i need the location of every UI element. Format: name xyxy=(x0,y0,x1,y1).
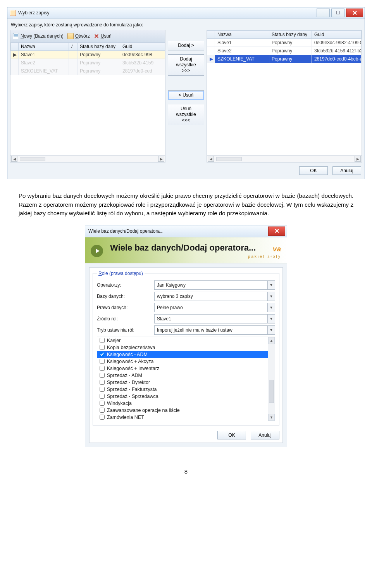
col-guid[interactable]: Guid xyxy=(312,31,362,39)
role-checkbox[interactable] xyxy=(100,415,105,420)
target-grid[interactable]: Nazwa Status bazy dany Guid Slave1Popraw… xyxy=(207,30,362,155)
table-row[interactable]: ▶Slave1Poprawny0e09e3dc-998 xyxy=(11,51,165,59)
list-item[interactable]: Zaawansowane operacje na liście xyxy=(97,407,268,414)
table-row[interactable]: ▶SZKOLENIE_VATPoprawny28197de0-ced0-4bcb… xyxy=(207,55,362,63)
table-row[interactable]: Slave1Poprawny0e09e3dc-9982-4109-8 xyxy=(207,39,362,47)
col-guid[interactable]: Guid xyxy=(120,43,165,51)
list-item[interactable]: Zamówienia NET xyxy=(97,414,268,421)
role-checkbox[interactable] xyxy=(100,380,105,385)
source-grid[interactable]: Nazwa / Status bazy dany Guid ▶Slave1Pop… xyxy=(10,42,165,155)
list-item[interactable]: Sprzedaż - Fakturzysta xyxy=(97,386,268,393)
db-label: Bazy danych: xyxy=(97,294,154,299)
window-title: Wybierz zapisy xyxy=(18,10,50,16)
roles-legend: Role (prawa dostępu) xyxy=(97,271,145,276)
maximize-button[interactable]: ☐ xyxy=(331,9,344,17)
role-label: Kopia bezpieczeństwa xyxy=(107,345,155,350)
cancel-button[interactable]: Anuluj xyxy=(251,431,279,439)
roles-listbox[interactable]: KasjerKopia bezpieczeństwaKsięgowość - A… xyxy=(97,337,275,421)
col-name[interactable]: Nazwa xyxy=(215,31,269,39)
list-item[interactable]: Kopia bezpieczeństwa xyxy=(97,344,268,351)
scroll-thumb[interactable] xyxy=(216,157,242,161)
open-button[interactable]: Otwórz xyxy=(67,33,90,39)
col-sort[interactable]: / xyxy=(69,43,78,51)
source-value: Slave1 xyxy=(155,316,267,322)
chevron-down-icon[interactable]: ▼ xyxy=(267,303,275,312)
mode-combo[interactable]: Imporuj jeżeli nie ma w bazie i ustaw ▼ xyxy=(154,325,275,335)
table-row[interactable]: Slave2Poprawny3fcb532b-4159-412f-b2 xyxy=(207,47,362,55)
chevron-down-icon[interactable]: ▼ xyxy=(267,315,275,323)
remove-button[interactable]: < Usuń xyxy=(168,90,204,100)
table-row[interactable]: SZKOLENIE_VATPoprawny28197de0-ced xyxy=(11,67,165,75)
db-combo[interactable]: wybrano 3 zapisy ▼ xyxy=(154,292,275,301)
col-status[interactable]: Status bazy dany xyxy=(269,31,312,39)
col-status[interactable]: Status bazy dany xyxy=(78,43,120,51)
list-item[interactable]: Sprzedaż - ADM xyxy=(97,372,268,379)
minimize-button[interactable]: — xyxy=(317,9,330,17)
target-hscroll[interactable]: ◀ ▶ xyxy=(207,155,362,162)
target-panel: Nazwa Status bazy dany Guid Slave1Popraw… xyxy=(207,30,362,163)
scroll-down-icon[interactable]: ▼ xyxy=(268,414,275,421)
app-icon xyxy=(10,10,16,16)
right-label: Prawo danych: xyxy=(97,305,154,310)
body-paragraph: Po wybraniu baz danych docelowych możemy… xyxy=(0,186,372,225)
remove-all-button[interactable]: Usuń wszystkie <<< xyxy=(168,104,204,125)
list-item[interactable]: Księgowość + Inwentarz xyxy=(97,365,268,372)
cancel-button[interactable]: Anuluj xyxy=(332,166,361,175)
add-button[interactable]: Dodaj > xyxy=(168,41,204,50)
chevron-down-icon[interactable]: ▼ xyxy=(267,326,275,334)
source-combo[interactable]: Slave1 ▼ xyxy=(154,314,275,323)
ok-button[interactable]: OK xyxy=(217,431,246,439)
chevron-down-icon[interactable]: ▼ xyxy=(267,281,275,289)
role-label: Kasjer xyxy=(107,338,121,343)
roles-scrollbar[interactable]: ▲ ▼ xyxy=(268,337,275,421)
db-value: wybrano 3 zapisy xyxy=(155,294,267,299)
mode-value: Imporuj jeżeli nie ma w bazie i ustaw xyxy=(155,327,267,333)
role-checkbox[interactable] xyxy=(100,366,105,371)
delete-button[interactable]: Usuń xyxy=(94,33,112,39)
delete-icon xyxy=(94,33,99,39)
add-all-button[interactable]: Dodaj wszystkie >>> xyxy=(168,54,204,76)
operator-combo[interactable]: Jan Księgowy ▼ xyxy=(154,280,275,290)
list-item[interactable]: Kasjer xyxy=(97,337,268,344)
dialog-banner: Wiele baz danych/Dodaj operatora... va p… xyxy=(85,237,287,263)
list-item[interactable]: Księgowość - ADM xyxy=(97,351,268,358)
role-checkbox[interactable] xyxy=(100,373,105,378)
banner-title: Wiele baz danych/Dodaj operatora... xyxy=(110,243,283,253)
scroll-right-icon[interactable]: ▶ xyxy=(158,156,164,162)
right-combo[interactable]: Pełne prawo ▼ xyxy=(154,303,275,312)
role-checkbox[interactable] xyxy=(100,394,105,399)
transfer-buttons: Dodaj > Dodaj wszystkie >>> < Usuń Usuń … xyxy=(168,30,204,163)
scroll-thumb[interactable] xyxy=(20,157,45,161)
role-checkbox[interactable] xyxy=(100,352,105,357)
list-item[interactable]: Sprzedaż - Dyrektor xyxy=(97,379,268,386)
source-toolbar: Nowy (Baza danych) Otwórz Usuń xyxy=(10,30,165,42)
scroll-thumb[interactable] xyxy=(269,380,274,403)
list-item[interactable]: Księgowość + Akcyza xyxy=(97,358,268,365)
role-checkbox[interactable] xyxy=(100,408,105,413)
role-checkbox[interactable] xyxy=(100,345,105,350)
scroll-up-icon[interactable]: ▲ xyxy=(268,337,275,344)
scroll-right-icon[interactable]: ▶ xyxy=(355,156,361,162)
list-item[interactable]: Sprzedaż - Sprzedawca xyxy=(97,393,268,400)
new-db-label: Nowy (Baza danych) xyxy=(21,33,64,39)
role-checkbox[interactable] xyxy=(100,401,105,406)
list-item[interactable]: Windykacja xyxy=(97,400,268,407)
chevron-down-icon[interactable]: ▼ xyxy=(267,292,275,301)
folder-open-icon xyxy=(67,33,74,39)
scroll-left-icon[interactable]: ◀ xyxy=(208,156,214,162)
source-hscroll[interactable]: ◀ ▶ xyxy=(10,155,165,162)
role-checkbox[interactable] xyxy=(100,338,105,343)
ok-button[interactable]: OK xyxy=(299,166,328,175)
scroll-left-icon[interactable]: ◀ xyxy=(11,156,17,162)
new-db-button[interactable]: Nowy (Baza danych) xyxy=(13,33,64,39)
role-checkbox[interactable] xyxy=(100,387,105,392)
right-value: Pełne prawo xyxy=(155,305,267,310)
role-checkbox[interactable] xyxy=(100,359,105,364)
close-button[interactable]: ✕ xyxy=(268,227,285,236)
role-label: Księgowość + Akcyza xyxy=(107,359,154,364)
table-row[interactable]: Slave2Poprawny3fcb532b-4159 xyxy=(11,59,165,67)
role-label: Zamówienia NET xyxy=(107,415,144,420)
col-name[interactable]: Nazwa xyxy=(19,43,69,51)
close-button[interactable]: ✕ xyxy=(346,9,363,17)
titlebar: Wybierz zapisy — ☐ ✕ xyxy=(7,7,365,19)
